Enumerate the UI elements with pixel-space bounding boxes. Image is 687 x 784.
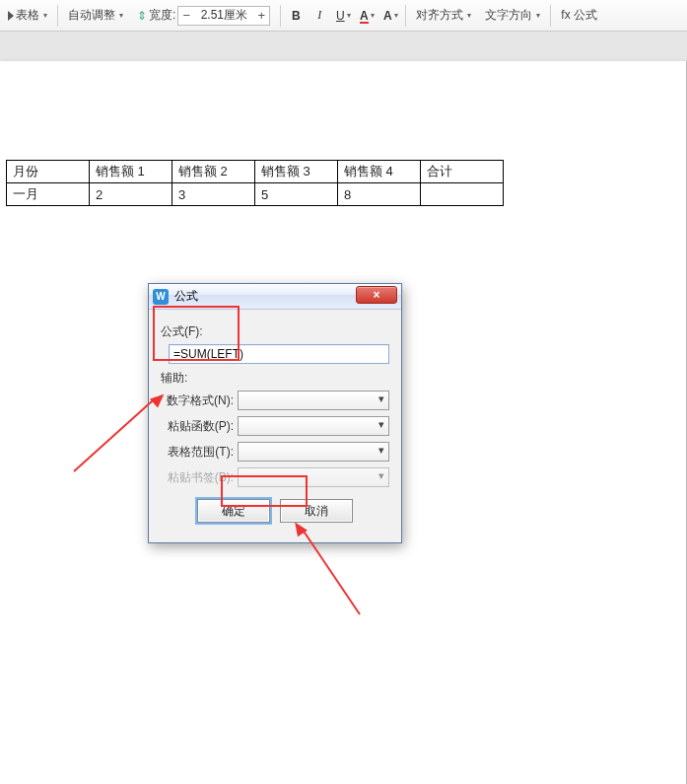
table-cell[interactable]: 销售额 4 (338, 161, 421, 183)
ok-button-label: 确定 (222, 503, 245, 520)
table-menu-label: 表格 (16, 7, 39, 24)
text-direction-label: 文字方向 (485, 7, 532, 24)
number-format-label: 数字格式(N): (161, 392, 238, 409)
paste-function-label: 粘贴函数(P): (161, 418, 238, 435)
formula-section-label: 公式(F): (161, 323, 389, 340)
table-cell[interactable]: 5 (255, 183, 338, 206)
width-label: 宽度: (149, 7, 175, 24)
table-cell[interactable]: 销售额 2 (172, 161, 255, 183)
paste-function-select[interactable] (238, 416, 389, 436)
app-icon: W (153, 289, 169, 305)
width-spinner: − 2.51厘米 + (177, 6, 270, 26)
table-range-label: 表格范围(T): (161, 444, 238, 461)
assist-section-label: 辅助: (161, 370, 389, 387)
ok-button[interactable]: 确定 (197, 499, 270, 523)
close-button[interactable]: × (356, 286, 397, 304)
width-value[interactable]: 2.51厘米 (194, 7, 253, 24)
table-cell[interactable]: 8 (338, 183, 421, 206)
height-icon: ⇕ (137, 9, 147, 23)
separator (405, 5, 406, 27)
width-decrease-button[interactable]: − (178, 7, 194, 25)
dialog-buttons: 确定 取消 (161, 493, 389, 535)
table-menu[interactable]: 表格 ▾ (4, 5, 51, 26)
chevron-down-icon: ▾ (119, 11, 123, 20)
dialog-titlebar[interactable]: W 公式 × (149, 284, 401, 310)
ribbon: 表格 ▾ 自动调整 ▾ ⇕ 宽度: − 2.51厘米 + B I U▾ A▾ A… (0, 0, 687, 32)
cancel-button[interactable]: 取消 (280, 499, 353, 523)
chevron-down-icon: ▾ (467, 11, 471, 20)
table-cell[interactable]: 月份 (7, 161, 90, 183)
table-icon (8, 11, 14, 21)
table-cell[interactable]: 3 (172, 183, 255, 206)
table-row: 一月 2 3 5 8 (7, 183, 504, 206)
table-cell[interactable]: 销售额 3 (255, 161, 338, 183)
width-control: ⇕ 宽度: − 2.51厘米 + (133, 4, 274, 28)
table-cell[interactable]: 合计 (421, 161, 504, 183)
separator (280, 5, 281, 27)
formula-label: fx 公式 (561, 7, 597, 24)
bold-button[interactable]: B (287, 7, 305, 25)
close-icon: × (373, 288, 379, 302)
table-cell[interactable]: 一月 (7, 183, 90, 206)
underline-icon: U (336, 9, 345, 23)
dialog-title: 公式 (174, 288, 198, 305)
align-button[interactable]: 对齐方式▾ (412, 5, 475, 26)
formula-dialog: W 公式 × 公式(F): 辅助: 数字格式(N): 粘贴函数(P): 表格范围 (148, 283, 402, 543)
italic-icon: I (317, 8, 321, 23)
highlight-icon: A (383, 9, 392, 23)
table-row: 月份 销售额 1 销售额 2 销售额 3 销售额 4 合计 (7, 161, 504, 183)
paste-bookmark-label: 粘贴书签(B): (161, 469, 238, 486)
underline-button[interactable]: U▾ (334, 7, 352, 25)
align-label: 对齐方式 (416, 7, 463, 24)
chevron-down-icon: ▾ (394, 11, 398, 20)
auto-adjust-button[interactable]: 自动调整 ▾ (64, 5, 127, 26)
formula-button[interactable]: fx 公式 (557, 5, 601, 26)
font-color-icon: A (360, 9, 369, 23)
cancel-button-label: 取消 (305, 503, 328, 520)
chevron-down-icon: ▾ (371, 11, 375, 20)
table-cell[interactable]: 2 (90, 183, 172, 206)
font-color-button[interactable]: A▾ (358, 7, 376, 25)
highlight-button[interactable]: A▾ (381, 7, 399, 25)
sales-table[interactable]: 月份 销售额 1 销售额 2 销售额 3 销售额 4 合计 一月 2 3 5 8 (6, 160, 504, 206)
table-cell[interactable] (421, 183, 504, 206)
separator (57, 5, 58, 27)
paste-bookmark-select (238, 467, 389, 487)
italic-button[interactable]: I (310, 7, 328, 25)
chevron-down-icon: ▾ (43, 11, 47, 20)
table-range-select[interactable] (238, 442, 389, 462)
text-direction-button[interactable]: 文字方向▾ (481, 5, 544, 26)
chevron-down-icon: ▾ (536, 11, 540, 20)
chevron-down-icon: ▾ (347, 11, 351, 20)
separator (550, 5, 551, 27)
table-cell[interactable]: 销售额 1 (90, 161, 172, 183)
dialog-body: 公式(F): 辅助: 数字格式(N): 粘贴函数(P): 表格范围(T): 粘贴… (149, 310, 401, 542)
auto-adjust-label: 自动调整 (68, 7, 115, 24)
page-area: 月份 销售额 1 销售额 2 销售额 3 销售额 4 合计 一月 2 3 5 8… (0, 32, 687, 784)
bold-icon: B (292, 9, 301, 23)
width-increase-button[interactable]: + (253, 7, 269, 25)
number-format-select[interactable] (238, 391, 389, 410)
formula-input[interactable] (169, 344, 389, 364)
